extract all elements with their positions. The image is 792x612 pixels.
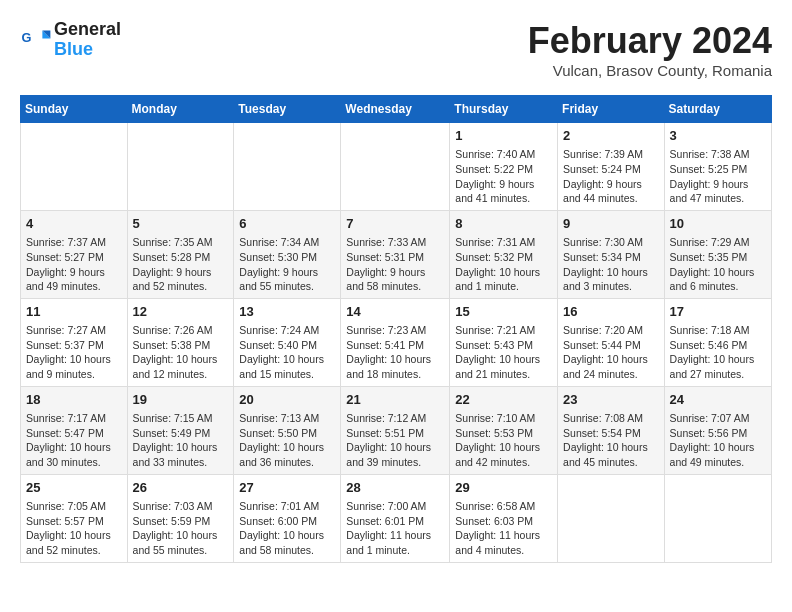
logo-line2: Blue xyxy=(54,40,121,60)
cell-content: Sunrise: 7:13 AM Sunset: 5:50 PM Dayligh… xyxy=(239,411,335,470)
calendar-body: 1Sunrise: 7:40 AM Sunset: 5:22 PM Daylig… xyxy=(21,123,772,563)
header-cell-thursday: Thursday xyxy=(450,96,558,123)
week-row-4: 18Sunrise: 7:17 AM Sunset: 5:47 PM Dayli… xyxy=(21,386,772,474)
cell-content: Sunrise: 7:03 AM Sunset: 5:59 PM Dayligh… xyxy=(133,499,229,558)
cell-content: Sunrise: 7:39 AM Sunset: 5:24 PM Dayligh… xyxy=(563,147,659,206)
day-number: 25 xyxy=(26,479,122,497)
calendar-cell: 4Sunrise: 7:37 AM Sunset: 5:27 PM Daylig… xyxy=(21,210,128,298)
cell-content: Sunrise: 7:08 AM Sunset: 5:54 PM Dayligh… xyxy=(563,411,659,470)
day-number: 8 xyxy=(455,215,552,233)
logo: G General Blue xyxy=(20,20,121,60)
day-number: 23 xyxy=(563,391,659,409)
cell-content: Sunrise: 7:24 AM Sunset: 5:40 PM Dayligh… xyxy=(239,323,335,382)
header-cell-tuesday: Tuesday xyxy=(234,96,341,123)
page-header: G General Blue February 2024 Vulcan, Bra… xyxy=(20,20,772,79)
calendar-cell: 7Sunrise: 7:33 AM Sunset: 5:31 PM Daylig… xyxy=(341,210,450,298)
day-number: 1 xyxy=(455,127,552,145)
calendar-cell: 3Sunrise: 7:38 AM Sunset: 5:25 PM Daylig… xyxy=(664,123,771,211)
calendar-cell: 11Sunrise: 7:27 AM Sunset: 5:37 PM Dayli… xyxy=(21,298,128,386)
day-number: 18 xyxy=(26,391,122,409)
day-number: 24 xyxy=(670,391,766,409)
calendar-cell xyxy=(21,123,128,211)
day-number: 27 xyxy=(239,479,335,497)
calendar-cell: 6Sunrise: 7:34 AM Sunset: 5:30 PM Daylig… xyxy=(234,210,341,298)
calendar-cell xyxy=(234,123,341,211)
calendar-cell: 19Sunrise: 7:15 AM Sunset: 5:49 PM Dayli… xyxy=(127,386,234,474)
cell-content: Sunrise: 7:20 AM Sunset: 5:44 PM Dayligh… xyxy=(563,323,659,382)
calendar-cell: 16Sunrise: 7:20 AM Sunset: 5:44 PM Dayli… xyxy=(558,298,665,386)
calendar-table: SundayMondayTuesdayWednesdayThursdayFrid… xyxy=(20,95,772,563)
cell-content: Sunrise: 7:34 AM Sunset: 5:30 PM Dayligh… xyxy=(239,235,335,294)
calendar-cell: 14Sunrise: 7:23 AM Sunset: 5:41 PM Dayli… xyxy=(341,298,450,386)
cell-content: Sunrise: 6:58 AM Sunset: 6:03 PM Dayligh… xyxy=(455,499,552,558)
month-title: February 2024 xyxy=(528,20,772,62)
header-cell-wednesday: Wednesday xyxy=(341,96,450,123)
week-row-5: 25Sunrise: 7:05 AM Sunset: 5:57 PM Dayli… xyxy=(21,474,772,562)
cell-content: Sunrise: 7:29 AM Sunset: 5:35 PM Dayligh… xyxy=(670,235,766,294)
calendar-cell xyxy=(341,123,450,211)
cell-content: Sunrise: 7:17 AM Sunset: 5:47 PM Dayligh… xyxy=(26,411,122,470)
day-number: 12 xyxy=(133,303,229,321)
calendar-cell: 1Sunrise: 7:40 AM Sunset: 5:22 PM Daylig… xyxy=(450,123,558,211)
day-number: 4 xyxy=(26,215,122,233)
calendar-cell: 26Sunrise: 7:03 AM Sunset: 5:59 PM Dayli… xyxy=(127,474,234,562)
location: Vulcan, Brasov County, Romania xyxy=(528,62,772,79)
day-number: 10 xyxy=(670,215,766,233)
day-number: 20 xyxy=(239,391,335,409)
calendar-cell: 18Sunrise: 7:17 AM Sunset: 5:47 PM Dayli… xyxy=(21,386,128,474)
logo-line1: General xyxy=(54,20,121,40)
calendar-cell: 29Sunrise: 6:58 AM Sunset: 6:03 PM Dayli… xyxy=(450,474,558,562)
calendar-cell: 2Sunrise: 7:39 AM Sunset: 5:24 PM Daylig… xyxy=(558,123,665,211)
day-number: 13 xyxy=(239,303,335,321)
cell-content: Sunrise: 7:27 AM Sunset: 5:37 PM Dayligh… xyxy=(26,323,122,382)
calendar-cell: 24Sunrise: 7:07 AM Sunset: 5:56 PM Dayli… xyxy=(664,386,771,474)
calendar-cell: 8Sunrise: 7:31 AM Sunset: 5:32 PM Daylig… xyxy=(450,210,558,298)
day-number: 2 xyxy=(563,127,659,145)
calendar-cell: 12Sunrise: 7:26 AM Sunset: 5:38 PM Dayli… xyxy=(127,298,234,386)
day-number: 3 xyxy=(670,127,766,145)
cell-content: Sunrise: 7:10 AM Sunset: 5:53 PM Dayligh… xyxy=(455,411,552,470)
week-row-2: 4Sunrise: 7:37 AM Sunset: 5:27 PM Daylig… xyxy=(21,210,772,298)
day-number: 14 xyxy=(346,303,444,321)
day-number: 11 xyxy=(26,303,122,321)
day-number: 9 xyxy=(563,215,659,233)
calendar-cell: 21Sunrise: 7:12 AM Sunset: 5:51 PM Dayli… xyxy=(341,386,450,474)
day-number: 22 xyxy=(455,391,552,409)
calendar-cell: 5Sunrise: 7:35 AM Sunset: 5:28 PM Daylig… xyxy=(127,210,234,298)
cell-content: Sunrise: 7:33 AM Sunset: 5:31 PM Dayligh… xyxy=(346,235,444,294)
cell-content: Sunrise: 7:37 AM Sunset: 5:27 PM Dayligh… xyxy=(26,235,122,294)
cell-content: Sunrise: 7:23 AM Sunset: 5:41 PM Dayligh… xyxy=(346,323,444,382)
calendar-cell: 25Sunrise: 7:05 AM Sunset: 5:57 PM Dayli… xyxy=(21,474,128,562)
day-number: 28 xyxy=(346,479,444,497)
header-cell-saturday: Saturday xyxy=(664,96,771,123)
cell-content: Sunrise: 7:35 AM Sunset: 5:28 PM Dayligh… xyxy=(133,235,229,294)
cell-content: Sunrise: 7:15 AM Sunset: 5:49 PM Dayligh… xyxy=(133,411,229,470)
calendar-cell: 28Sunrise: 7:00 AM Sunset: 6:01 PM Dayli… xyxy=(341,474,450,562)
calendar-cell: 20Sunrise: 7:13 AM Sunset: 5:50 PM Dayli… xyxy=(234,386,341,474)
header-cell-sunday: Sunday xyxy=(21,96,128,123)
day-number: 7 xyxy=(346,215,444,233)
cell-content: Sunrise: 7:12 AM Sunset: 5:51 PM Dayligh… xyxy=(346,411,444,470)
calendar-cell xyxy=(127,123,234,211)
cell-content: Sunrise: 7:05 AM Sunset: 5:57 PM Dayligh… xyxy=(26,499,122,558)
cell-content: Sunrise: 7:38 AM Sunset: 5:25 PM Dayligh… xyxy=(670,147,766,206)
cell-content: Sunrise: 7:07 AM Sunset: 5:56 PM Dayligh… xyxy=(670,411,766,470)
calendar-cell: 15Sunrise: 7:21 AM Sunset: 5:43 PM Dayli… xyxy=(450,298,558,386)
day-number: 5 xyxy=(133,215,229,233)
calendar-header: SundayMondayTuesdayWednesdayThursdayFrid… xyxy=(21,96,772,123)
cell-content: Sunrise: 7:40 AM Sunset: 5:22 PM Dayligh… xyxy=(455,147,552,206)
week-row-3: 11Sunrise: 7:27 AM Sunset: 5:37 PM Dayli… xyxy=(21,298,772,386)
day-number: 26 xyxy=(133,479,229,497)
calendar-cell xyxy=(664,474,771,562)
calendar-cell: 22Sunrise: 7:10 AM Sunset: 5:53 PM Dayli… xyxy=(450,386,558,474)
cell-content: Sunrise: 7:18 AM Sunset: 5:46 PM Dayligh… xyxy=(670,323,766,382)
day-number: 19 xyxy=(133,391,229,409)
header-cell-friday: Friday xyxy=(558,96,665,123)
cell-content: Sunrise: 7:00 AM Sunset: 6:01 PM Dayligh… xyxy=(346,499,444,558)
day-number: 6 xyxy=(239,215,335,233)
day-number: 16 xyxy=(563,303,659,321)
cell-content: Sunrise: 7:01 AM Sunset: 6:00 PM Dayligh… xyxy=(239,499,335,558)
calendar-cell: 10Sunrise: 7:29 AM Sunset: 5:35 PM Dayli… xyxy=(664,210,771,298)
header-row: SundayMondayTuesdayWednesdayThursdayFrid… xyxy=(21,96,772,123)
calendar-cell xyxy=(558,474,665,562)
